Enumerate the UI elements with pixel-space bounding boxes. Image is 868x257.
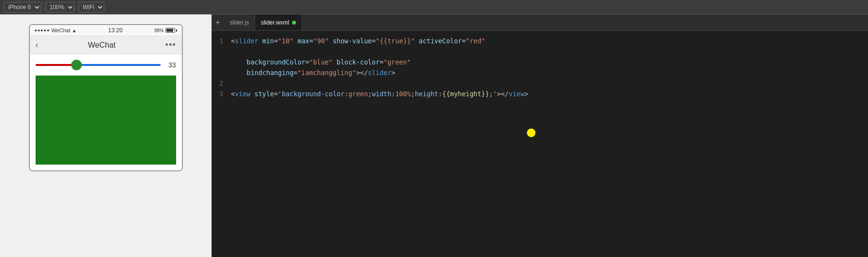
battery-pct-label: 98%	[154, 28, 164, 33]
line-content-3: <view style='background-color:green;widt…	[229, 89, 868, 99]
line-content-1: <slider min="10" max="90" show-value="{{…	[229, 36, 868, 57]
code-line-1-cont1: 1 backgroundColor="blue" block-color="gr…	[212, 57, 868, 67]
code-line-3: 3 <view style='background-color:green;wi…	[212, 89, 868, 99]
line-number-spacer1: 1	[212, 57, 229, 67]
carrier-label: WeChat	[51, 27, 71, 33]
wechat-title: WeChat	[88, 41, 116, 50]
line-number-1: 1	[212, 36, 229, 57]
phone-status-bar: ●●●●● WeChat ▲ 13:20 98%	[30, 25, 182, 36]
signal-dots: ●●●●●	[35, 28, 50, 33]
code-line-1-cont2: 1 bindchanging="iamchanggling"></slider>	[212, 67, 868, 78]
wechat-header: ‹ WeChat •••	[30, 36, 182, 54]
network-selector[interactable]: WiFi	[78, 2, 104, 13]
tab-modified-dot	[292, 21, 296, 25]
slider-track[interactable]	[36, 60, 161, 70]
cursor-indicator	[527, 128, 536, 137]
add-tab-button[interactable]: +	[212, 14, 224, 30]
code-line-1: 1 <slider min="10" max="90" show-value="…	[212, 36, 868, 57]
slider-component[interactable]: 33	[36, 60, 176, 70]
tab-slider-js[interactable]: slider.js	[224, 14, 255, 30]
line-number-3: 3	[212, 89, 229, 99]
slider-thumb[interactable]	[71, 60, 82, 70]
zoom-selector[interactable]: 100%	[45, 2, 75, 13]
menu-dots[interactable]: •••	[166, 40, 176, 50]
phone-frame: ●●●●● WeChat ▲ 13:20 98% ‹	[29, 24, 183, 171]
toolbar: iPhone 6 100% WiFi	[0, 0, 868, 14]
status-right: 98%	[154, 28, 177, 33]
device-selector[interactable]: iPhone 6	[4, 2, 41, 13]
phone-content: 33	[30, 54, 182, 170]
back-button[interactable]: ‹	[36, 40, 38, 50]
line-content-1-cont1: backgroundColor="blue" block-color="gree…	[229, 57, 868, 67]
tab-bar: + slider.js slider.wxml	[212, 14, 868, 31]
main-layout: ●●●●● WeChat ▲ 13:20 98% ‹	[0, 14, 868, 257]
line-number-2: 2	[212, 78, 229, 89]
line-content-2	[229, 78, 868, 89]
time-label: 13:20	[108, 27, 123, 34]
code-editor-area[interactable]: 1 <slider min="10" max="90" show-value="…	[212, 31, 868, 257]
code-line-2: 2	[212, 78, 868, 89]
slider-value: 33	[165, 61, 176, 69]
status-left: ●●●●● WeChat ▲	[35, 27, 77, 33]
tab-slider-js-label: slider.js	[230, 19, 249, 26]
line-content-1-cont2: bindchanging="iamchanggling"></slider>	[229, 67, 868, 78]
line-number-spacer2: 1	[212, 67, 229, 78]
battery-icon	[166, 28, 177, 33]
code-panel: + slider.js slider.wxml 1 <slider min="1…	[212, 14, 868, 257]
tab-slider-wxml[interactable]: slider.wxml	[255, 14, 302, 30]
phone-panel: ●●●●● WeChat ▲ 13:20 98% ‹	[0, 14, 212, 257]
tab-slider-wxml-label: slider.wxml	[261, 19, 289, 26]
wifi-icon: ▲	[72, 28, 77, 33]
green-view-box	[36, 76, 176, 165]
